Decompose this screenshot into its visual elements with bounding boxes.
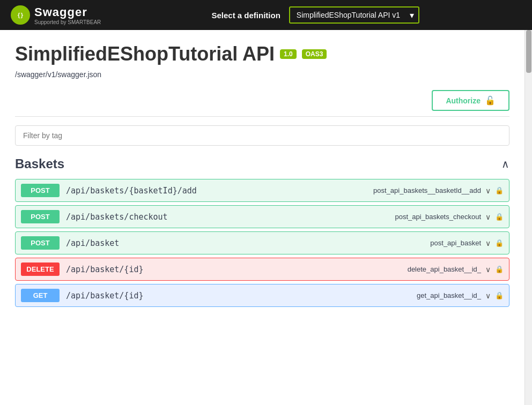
oas-badge: OAS3 — [302, 49, 327, 59]
endpoint-row[interactable]: GET/api/basket/{id}get_api_basket__id_∨🔒 — [15, 284, 509, 307]
endpoint-lock-icon: 🔒 — [495, 213, 504, 221]
svg-text:{}: {} — [17, 12, 24, 18]
endpoint-path: /api/baskets/checkout — [66, 212, 395, 222]
endpoint-row[interactable]: DELETE/api/basket/{id}delete_api_basket_… — [15, 258, 509, 281]
section-header: Baskets ∧ — [15, 156, 509, 171]
authorize-button[interactable]: Authorize 🔓 — [432, 90, 509, 111]
header: {} Swagger Supported by SMARTBEAR Select… — [0, 0, 532, 30]
smartbear-tagline: Supported by SMARTBEAR — [34, 19, 101, 25]
method-badge-get: GET — [21, 289, 60, 302]
endpoint-right: post_api_baskets_checkout∨🔒 — [395, 213, 504, 221]
expand-endpoint-icon[interactable]: ∨ — [485, 239, 491, 248]
filter-input[interactable] — [15, 125, 509, 146]
api-url-link[interactable]: /swagger/v1/swagger.json — [15, 70, 101, 79]
lock-icon: 🔓 — [485, 95, 496, 106]
method-badge-post: POST — [21, 184, 60, 197]
logo: {} Swagger Supported by SMARTBEAR — [11, 5, 101, 25]
endpoint-right: delete_api_basket__id_∨🔒 — [408, 265, 504, 274]
divider — [15, 116, 509, 117]
api-title-area: SimplifiedEShopTutorial API 1.0 OAS3 — [15, 43, 509, 65]
main-content: SimplifiedEShopTutorial API 1.0 OAS3 /sw… — [0, 30, 524, 323]
expand-endpoint-icon[interactable]: ∨ — [485, 186, 491, 195]
endpoint-path: /api/basket/{id} — [66, 265, 408, 274]
endpoint-right: post_api_baskets__basketId__add∨🔒 — [373, 186, 504, 195]
operation-id: get_api_basket__id_ — [417, 291, 481, 299]
endpoints-list: POST/api/baskets/{basketId}/addpost_api_… — [15, 179, 509, 307]
scrollbar-thumb[interactable] — [526, 30, 531, 73]
endpoint-right: get_api_basket__id_∨🔒 — [417, 291, 504, 300]
endpoint-row[interactable]: POST/api/baskets/checkoutpost_api_basket… — [15, 205, 509, 228]
endpoint-lock-icon: 🔒 — [495, 291, 504, 299]
operation-id: delete_api_basket__id_ — [408, 265, 481, 273]
swagger-wordmark: Swagger — [34, 5, 87, 19]
endpoint-path: /api/basket/{id} — [66, 291, 417, 301]
logo-text: Swagger Supported by SMARTBEAR — [34, 5, 101, 25]
endpoint-lock-icon: 🔒 — [495, 265, 504, 273]
method-badge-post: POST — [21, 236, 60, 250]
endpoint-path: /api/baskets/{basketId}/add — [66, 186, 373, 196]
swagger-logo-icon: {} — [11, 5, 30, 25]
api-version-badge: 1.0 — [280, 49, 297, 59]
endpoint-path: /api/basket — [66, 238, 430, 248]
definition-select[interactable]: SimplifiedEShopTutorial API v1 — [289, 6, 419, 24]
endpoint-lock-icon: 🔒 — [495, 239, 504, 247]
operation-id: post_api_basket — [430, 239, 481, 247]
scrollbar[interactable] — [524, 30, 532, 405]
endpoint-lock-icon: 🔒 — [495, 186, 504, 194]
method-badge-post: POST — [21, 210, 60, 223]
api-title: SimplifiedEShopTutorial API — [15, 43, 275, 65]
authorize-area: Authorize 🔓 — [15, 90, 509, 111]
authorize-label: Authorize — [446, 96, 481, 105]
endpoint-right: post_api_basket∨🔒 — [430, 239, 504, 248]
method-badge-delete: DELETE — [21, 262, 60, 276]
expand-endpoint-icon[interactable]: ∨ — [485, 213, 491, 221]
endpoint-row[interactable]: POST/api/basketpost_api_basket∨🔒 — [15, 231, 509, 254]
operation-id: post_api_baskets_checkout — [395, 213, 481, 221]
header-center: Select a definition SimplifiedEShopTutor… — [109, 6, 521, 24]
endpoint-row[interactable]: POST/api/baskets/{basketId}/addpost_api_… — [15, 179, 509, 202]
operation-id: post_api_baskets__basketId__add — [373, 186, 481, 194]
expand-endpoint-icon[interactable]: ∨ — [485, 291, 491, 300]
definition-select-wrapper[interactable]: SimplifiedEShopTutorial API v1 — [289, 6, 419, 24]
collapse-section-icon[interactable]: ∧ — [501, 158, 509, 170]
section-title: Baskets — [15, 156, 64, 171]
expand-endpoint-icon[interactable]: ∨ — [485, 265, 491, 274]
select-definition-label: Select a definition — [211, 11, 280, 20]
